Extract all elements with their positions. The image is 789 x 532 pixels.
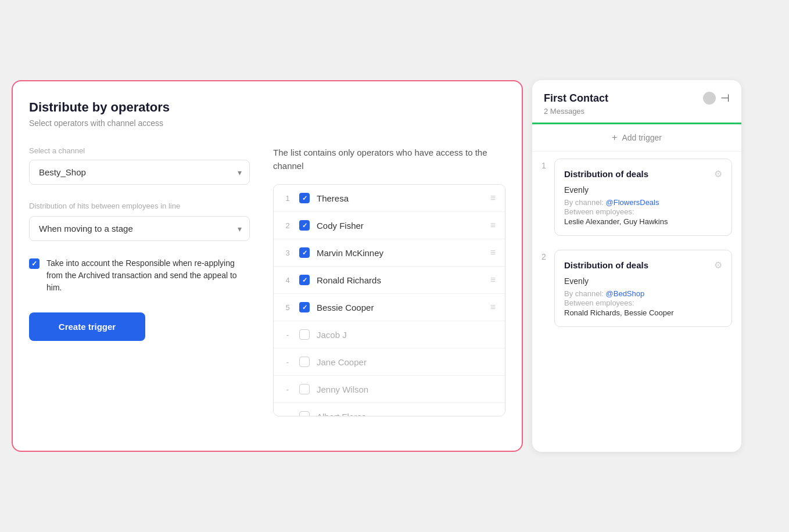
operator-name: Bessie Cooper (317, 303, 483, 312)
operator-name: Jane Cooper (317, 357, 496, 367)
drag-handle-icon[interactable]: ≡ (490, 275, 496, 285)
operator-number: 3 (283, 249, 292, 257)
trigger-channel-row: By channel: @BedShop (564, 288, 722, 299)
operator-item[interactable]: 1Theresa≡ (274, 185, 505, 212)
create-trigger-button[interactable]: Create trigger (29, 312, 145, 341)
operator-checkbox-unchecked[interactable] (299, 411, 310, 416)
operator-name: Theresa (317, 193, 483, 203)
right-panel: First Contact ⊣ 2 Messages + Add trigger… (532, 80, 741, 452)
trigger-settings-icon[interactable]: ⚙ (714, 168, 722, 179)
trigger-wrapper: 2 Distribution of deals ⚙ Evenly By chan… (532, 243, 741, 334)
operator-item[interactable]: -Jane Cooper (274, 348, 505, 376)
trigger-card-title: Distribution of deals (564, 260, 648, 270)
trigger-settings-icon[interactable]: ⚙ (714, 260, 722, 271)
add-trigger-label: Add trigger (622, 133, 661, 142)
trigger-employees-value: Leslie Alexander, Guy Hawkins (564, 217, 722, 226)
header-icons: ⊣ (703, 92, 730, 105)
back-icon[interactable]: ⊣ (720, 92, 730, 105)
operator-number: - (283, 330, 292, 339)
checkbox-label: Take into account the Responsible when r… (46, 257, 250, 294)
trigger-card-title: Distribution of deals (564, 169, 648, 179)
operator-number: 1 (283, 194, 292, 203)
operator-number: - (283, 358, 292, 366)
right-header-top: First Contact ⊣ (544, 92, 730, 105)
channel-select[interactable]: Besty_Shop (29, 160, 250, 185)
channel-select-wrapper: Besty_Shop ▾ (29, 160, 250, 185)
trigger-channel-label: By channel: (564, 289, 606, 298)
drag-handle-icon[interactable]: ≡ (490, 302, 496, 312)
operator-checkbox-checked[interactable] (299, 247, 310, 258)
operator-number: 5 (283, 303, 292, 312)
plus-icon: + (612, 132, 617, 143)
trigger-employees-label: Between employees: (564, 207, 722, 216)
trigger-card-header: Distribution of deals ⚙ (564, 168, 722, 179)
operators-list[interactable]: 1Theresa≡2Cody Fisher≡3Marvin McKinney≡4… (273, 184, 505, 416)
trigger-wrapper: 1 Distribution of deals ⚙ Evenly By chan… (532, 152, 741, 243)
operator-checkbox-unchecked[interactable] (299, 329, 310, 340)
trigger-evenly: Evenly (564, 185, 722, 195)
operator-name: Jacob J (317, 330, 496, 340)
operator-item[interactable]: 4Ronald Richards≡ (274, 267, 505, 294)
trigger-employees-value: Ronald Richards, Bessie Cooper (564, 308, 722, 317)
responsible-checkbox[interactable] (29, 258, 40, 269)
operator-name: Ronald Richards (317, 275, 483, 285)
operator-name: Cody Fisher (317, 221, 483, 231)
channel-label: Select a channel (29, 146, 250, 155)
distribution-select[interactable]: When moving to a stage (29, 216, 250, 241)
trigger-channel-value: @BedShop (606, 289, 645, 298)
status-circle-icon (703, 92, 716, 105)
panel-title: Distribute by operators (29, 100, 505, 115)
operator-item[interactable]: 3Marvin McKinney≡ (274, 239, 505, 267)
trigger-channel-label: By channel: (564, 198, 606, 207)
page-wrapper: Distribute by operators Select operators… (12, 80, 777, 452)
left-form: Select a channel Besty_Shop ▾ Distributi… (29, 146, 250, 432)
checkbox-row: Take into account the Responsible when r… (29, 257, 250, 294)
operators-info-text: The list contains only operators who hav… (273, 146, 505, 172)
operator-number: 2 (283, 221, 292, 230)
messages-count: 2 Messages (544, 107, 730, 116)
operator-item[interactable]: -Jenny Wilson (274, 376, 505, 403)
panel-subtitle: Select operators with channel access (29, 118, 505, 128)
trigger-card: Distribution of deals ⚙ Evenly By channe… (554, 250, 732, 327)
triggers-container: 1 Distribution of deals ⚙ Evenly By chan… (532, 152, 741, 334)
trigger-number: 2 (541, 252, 550, 261)
trigger-channel-row: By channel: @FlowersDeals (564, 197, 722, 207)
operator-name: Albert Flores (317, 412, 496, 417)
right-header: First Contact ⊣ 2 Messages (532, 80, 741, 124)
operator-item[interactable]: 5Bessie Cooper≡ (274, 294, 505, 321)
left-content: Select a channel Besty_Shop ▾ Distributi… (29, 146, 505, 432)
operator-checkbox-unchecked[interactable] (299, 384, 310, 394)
operator-name: Jenny Wilson (317, 384, 496, 394)
trigger-channel-value: @FlowersDeals (606, 198, 659, 207)
distribution-select-wrapper: When moving to a stage ▾ (29, 216, 250, 241)
trigger-card-header: Distribution of deals ⚙ (564, 260, 722, 271)
drag-handle-icon[interactable]: ≡ (490, 220, 496, 231)
operator-number: 4 (283, 276, 292, 285)
left-panel: Distribute by operators Select operators… (12, 80, 523, 452)
trigger-employees-label: Between employees: (564, 299, 722, 307)
operator-checkbox-unchecked[interactable] (299, 357, 310, 367)
operator-name: Marvin McKinney (317, 248, 483, 258)
right-panel-title: First Contact (544, 92, 608, 105)
operator-number: - (283, 412, 292, 417)
drag-handle-icon[interactable]: ≡ (490, 193, 496, 203)
operator-checkbox-checked[interactable] (299, 220, 310, 231)
trigger-card: Distribution of deals ⚙ Evenly By channe… (554, 159, 732, 236)
operator-number: - (283, 385, 292, 394)
trigger-number: 1 (541, 161, 550, 170)
add-trigger-button[interactable]: + Add trigger (532, 124, 741, 152)
operators-section: The list contains only operators who hav… (273, 146, 505, 432)
operator-item[interactable]: -Jacob J (274, 321, 505, 348)
trigger-evenly: Evenly (564, 276, 722, 286)
operator-item[interactable]: -Albert Flores (274, 403, 505, 416)
drag-handle-icon[interactable]: ≡ (490, 247, 496, 258)
operator-checkbox-checked[interactable] (299, 275, 310, 285)
distribution-label: Distribution of hits between employees i… (29, 201, 250, 211)
operator-checkbox-checked[interactable] (299, 302, 310, 312)
operator-checkbox-checked[interactable] (299, 193, 310, 203)
operator-item[interactable]: 2Cody Fisher≡ (274, 212, 505, 239)
